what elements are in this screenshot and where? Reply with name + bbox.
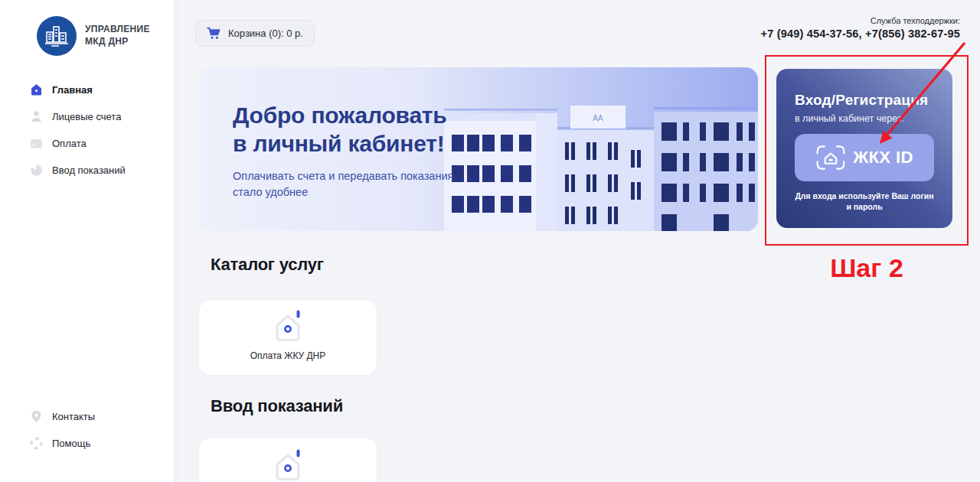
logo-text: УПРАВЛЕНИЕ МКД ДНР	[85, 24, 150, 47]
help-icon	[29, 436, 44, 451]
sidebar-item-label: Главная	[52, 84, 93, 96]
service-card-payment[interactable]: Оплата ЖКУ ДНР	[199, 301, 377, 375]
login-subtitle: в личный кабинет через:	[776, 113, 952, 124]
login-title: Вход/Регистрация	[776, 92, 952, 109]
service-card-label: Оплата ЖКУ ДНР	[250, 350, 326, 361]
welcome-banner: АА Добр	[199, 67, 758, 231]
sidebar-item-label: Контакты	[52, 411, 95, 422]
scan-house-icon	[815, 144, 846, 171]
home-icon	[29, 83, 44, 97]
house-icon	[269, 309, 307, 344]
cart-button[interactable]: Корзина (0): 0 р.	[195, 20, 315, 47]
banner-title-line1: Добро пожаловать	[233, 103, 447, 128]
building-sign: АА	[593, 114, 603, 122]
service-card-readings[interactable]	[199, 438, 377, 482]
banner-title-line2: в личный кабинет!	[233, 131, 445, 156]
sidebar-item-accounts[interactable]: Лицевые счета	[0, 103, 175, 130]
logo[interactable]: УПРАВЛЕНИЕ МКД ДНР	[37, 16, 150, 56]
support-block: Служба техподдержки: +7 (949) 454-37-56,…	[760, 16, 960, 40]
readings-title: Ввод показаний	[211, 396, 343, 416]
annotation-step-label: Шаг 2	[765, 253, 969, 283]
gauge-icon	[29, 163, 44, 177]
support-label: Служба техподдержки:	[760, 16, 960, 25]
sidebar-nav: Главная Лицевые счета Оплата Ввод показа…	[0, 77, 175, 184]
page: УПРАВЛЕНИЕ МКД ДНР Главная Лицевые счета	[0, 0, 980, 482]
sidebar-item-label: Оплата	[52, 138, 87, 149]
logo-line2: МКД ДНР	[85, 36, 150, 48]
sidebar-item-label: Ввод показаний	[52, 164, 126, 176]
sidebar: УПРАВЛЕНИЕ МКД ДНР Главная Лицевые счета	[0, 0, 175, 482]
logo-buildings-icon	[37, 16, 77, 56]
sidebar-item-label: Лицевые счета	[52, 111, 121, 122]
logo-line1: УПРАВЛЕНИЕ	[85, 24, 150, 36]
cart-icon	[207, 27, 221, 40]
location-pin-icon	[29, 409, 44, 424]
sidebar-nav-bottom: Контакты Помощь	[0, 403, 175, 457]
gkh-id-button[interactable]: ЖКХ ID	[795, 134, 934, 181]
banner-subtitle: Оплачивать счета и передавать показания …	[233, 168, 485, 200]
house-icon	[269, 448, 307, 482]
gkh-id-label: ЖКХ ID	[853, 148, 913, 168]
sidebar-item-help[interactable]: Помощь	[0, 430, 175, 457]
support-phones[interactable]: +7 (949) 454-37-56, +7(856) 382-67-95	[760, 28, 960, 40]
cart-label: Корзина (0): 0 р.	[228, 28, 303, 39]
banner-title: Добро пожаловатьв личный кабинет!	[233, 101, 447, 158]
card-icon	[29, 136, 44, 151]
buildings-illustration: АА	[444, 67, 758, 231]
login-card: Вход/Регистрация в личный кабинет через:…	[776, 69, 952, 228]
sidebar-item-home[interactable]: Главная	[0, 77, 175, 103]
sidebar-item-payment[interactable]: Оплата	[0, 130, 175, 157]
sidebar-item-readings[interactable]: Ввод показаний	[0, 157, 175, 184]
user-icon	[29, 109, 44, 124]
login-caption: Для входа используйте Ваш логин и пароль	[792, 191, 937, 212]
catalog-title: Каталог услуг	[211, 255, 324, 275]
sidebar-item-label: Помощь	[52, 438, 90, 449]
sidebar-item-contacts[interactable]: Контакты	[0, 403, 175, 430]
